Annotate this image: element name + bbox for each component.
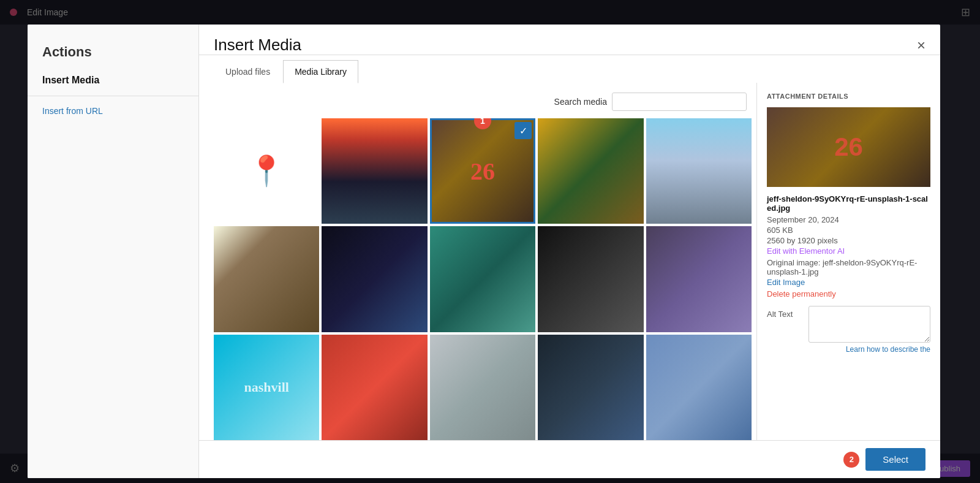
tab-upload-files[interactable]: Upload files — [214, 60, 282, 83]
media-item[interactable] — [430, 335, 535, 440]
media-grid-wrapper[interactable]: 📍 1 26 ✓ — [214, 118, 756, 440]
delete-permanently-link[interactable]: Delete permanently — [767, 289, 930, 299]
attachment-filename: jeff-sheldon-9SyOKYrq-rE-unsplash-1-scal… — [767, 194, 930, 213]
edit-image-link[interactable]: Edit Image — [767, 278, 930, 287]
insert-media-modal: Actions Insert Media Insert from URL Ins… — [28, 25, 940, 478]
media-item[interactable] — [322, 226, 427, 332]
sidebar-actions-label: Actions — [28, 25, 198, 67]
attachment-size: 605 KB — [767, 226, 930, 235]
attachment-panel-title: ATTACHMENT DETAILS — [767, 93, 930, 100]
attachment-dimensions: 2560 by 1920 pixels — [767, 236, 930, 245]
attachment-details-panel: ATTACHMENT DETAILS jeff-sheldon-9SyOKYrq… — [756, 83, 940, 440]
attachment-date: September 20, 2024 — [767, 215, 930, 224]
edit-with-elementor-link[interactable]: Edit with Elementor AI — [767, 246, 930, 256]
media-item[interactable] — [322, 335, 427, 440]
attachment-thumbnail — [767, 107, 930, 187]
selection-count-badge: 2 — [843, 452, 859, 468]
media-grid: 📍 1 26 ✓ — [214, 118, 752, 440]
media-area: Search media 📍 1 — [199, 83, 756, 440]
media-item[interactable] — [214, 226, 319, 332]
modal-sidebar: Actions Insert Media Insert from URL — [28, 25, 199, 478]
media-item[interactable] — [646, 118, 752, 224]
sidebar-insert-media-item[interactable]: Insert Media — [28, 67, 198, 93]
learn-link[interactable]: Learn how to describe the — [767, 345, 930, 354]
select-button[interactable]: Select — [865, 448, 925, 471]
media-item[interactable]: nashvill — [214, 335, 319, 440]
selected-checkmark: ✓ — [514, 122, 532, 139]
alt-text-label: Alt Text — [767, 306, 804, 319]
modal-header: Insert Media × — [199, 25, 940, 55]
modal-content: Search media 📍 1 — [199, 83, 940, 440]
alt-text-input[interactable] — [809, 306, 930, 343]
media-item[interactable]: 📍 — [214, 118, 319, 224]
alt-text-row: Alt Text — [767, 306, 930, 343]
media-item[interactable] — [430, 226, 535, 332]
search-input[interactable] — [612, 93, 747, 111]
search-row: Search media — [214, 93, 756, 111]
media-item[interactable] — [538, 118, 643, 224]
modal-title: Insert Media — [214, 36, 301, 55]
sidebar-insert-from-url[interactable]: Insert from URL — [28, 99, 198, 123]
sidebar-divider — [28, 96, 198, 96]
attachment-original-image: Original image: jeff-sheldon-9SyOKYrq-rE… — [767, 258, 930, 276]
media-item[interactable] — [646, 226, 752, 332]
modal-main: Insert Media × Upload files Media Librar… — [199, 25, 940, 478]
media-item[interactable] — [322, 118, 427, 224]
attachment-thumb-inner — [767, 107, 930, 187]
media-item[interactable] — [646, 335, 752, 440]
tab-media-library[interactable]: Media Library — [283, 60, 358, 83]
media-item[interactable] — [538, 335, 643, 440]
media-item-selected[interactable]: 1 26 ✓ — [430, 118, 535, 224]
media-item[interactable] — [538, 226, 643, 332]
search-label: Search media — [554, 97, 607, 107]
modal-close-button[interactable]: × — [917, 38, 925, 53]
modal-footer: 2 Select — [199, 440, 940, 478]
modal-tabs: Upload files Media Library — [199, 60, 940, 83]
